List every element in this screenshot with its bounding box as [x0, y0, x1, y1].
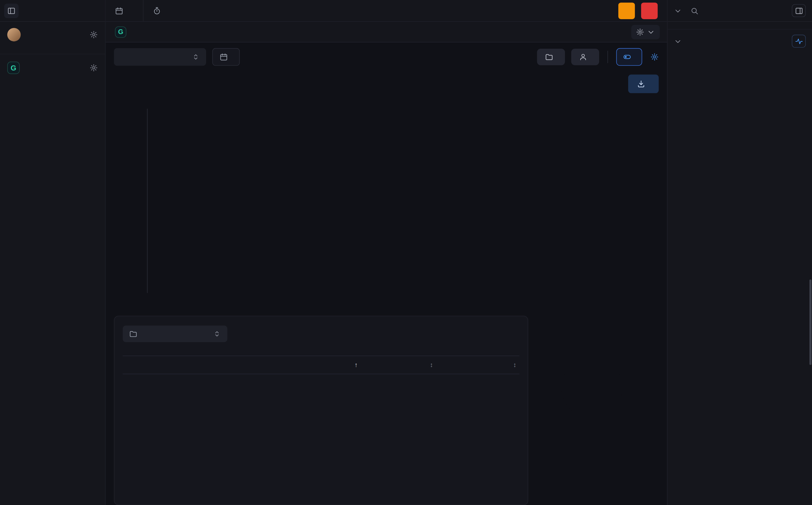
folder-icon [545, 53, 553, 61]
left-sidebar-header [0, 0, 105, 22]
chart-settings-icon[interactable] [651, 53, 659, 61]
activity-header [668, 29, 812, 53]
sort-icon: ↕ [513, 361, 516, 369]
user-filter-button[interactable] [571, 49, 599, 65]
donut-labels [537, 332, 647, 443]
calendar-icon [220, 53, 228, 61]
project-filter-button[interactable] [537, 49, 565, 65]
topbar [106, 0, 667, 22]
filter-row [106, 42, 667, 71]
board-settings-button[interactable] [631, 24, 660, 39]
gear-icon[interactable] [90, 64, 98, 72]
sort-asc-icon: ↑ [355, 361, 358, 369]
stopwatch-icon [153, 6, 161, 15]
chevron-down-icon [647, 28, 655, 36]
members-header [668, 0, 812, 22]
panel-left-icon [7, 6, 15, 15]
breakdown-panel: ↑ ↕ ↕ [114, 316, 528, 505]
chart-bars [147, 109, 659, 293]
stop-button[interactable] [641, 2, 658, 19]
activity-list [668, 53, 812, 505]
main-area: G [106, 0, 667, 505]
activity-graph-button[interactable] [792, 35, 806, 48]
stepper-icon [213, 330, 221, 338]
pause-button[interactable] [618, 2, 635, 19]
rounding-toggle[interactable] [616, 48, 642, 66]
download-icon [637, 80, 645, 88]
divider [143, 0, 143, 21]
date-range-picker[interactable] [212, 48, 240, 66]
sort-by-ratio[interactable]: ↕ [436, 356, 519, 374]
user-avatar [7, 28, 21, 41]
panel-toggle-button[interactable] [792, 4, 806, 17]
download-row [106, 71, 667, 93]
chevron-down-icon[interactable] [674, 6, 682, 15]
sort-by-time[interactable]: ↕ [361, 356, 436, 374]
grandream-logo: G [7, 62, 20, 74]
app-root: G G [0, 0, 812, 505]
pulse-icon [795, 37, 803, 45]
columns-icon [795, 6, 803, 15]
toggle-icon [623, 53, 631, 61]
grandream-logo: G [115, 26, 126, 37]
donut-chart [537, 332, 647, 443]
sidebar-toggle-button[interactable] [4, 3, 19, 18]
download-button[interactable] [628, 74, 659, 93]
main-tabbar: G [106, 22, 667, 42]
gear-icon[interactable] [90, 30, 98, 39]
chart-plot [147, 109, 659, 293]
summary-panel [537, 316, 659, 505]
gear-icon [636, 28, 644, 36]
calendar-icon [115, 6, 123, 15]
scrollbar-thumb[interactable] [809, 280, 811, 365]
right-sidebar [667, 0, 812, 505]
divider [607, 51, 608, 63]
range-select[interactable] [114, 48, 206, 66]
chart-y-axis [114, 109, 147, 293]
bottom-section: ↑ ↕ ↕ [106, 316, 667, 505]
folder-icon [129, 330, 137, 338]
bar-chart [106, 109, 667, 298]
team-row[interactable]: G [0, 54, 105, 79]
left-sidebar: G [0, 0, 106, 505]
sort-by-title[interactable]: ↑ [123, 356, 361, 374]
search-icon[interactable] [690, 6, 698, 15]
chevron-down-icon[interactable] [674, 37, 682, 45]
stepper-icon [192, 53, 200, 61]
member-list [668, 22, 812, 24]
sort-icon: ↕ [430, 361, 433, 369]
breakdown-table: ↑ ↕ ↕ [123, 356, 519, 374]
person-icon [579, 53, 587, 61]
user-row[interactable] [0, 22, 105, 46]
breakdown-select[interactable] [123, 326, 227, 342]
